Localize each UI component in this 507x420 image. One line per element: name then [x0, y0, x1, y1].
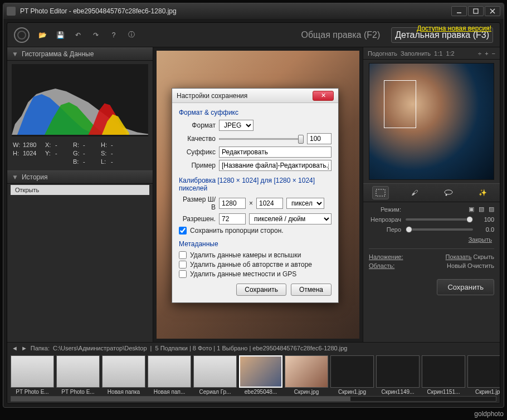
chevron-left-icon[interactable]: ◄	[12, 345, 18, 351]
save-icon[interactable]: 💾	[55, 30, 65, 40]
save-button[interactable]: Сохранить	[437, 279, 494, 295]
collapse-icon: ▼	[12, 173, 18, 181]
thumbnail[interactable]: Скрин1.jpg	[467, 355, 500, 395]
wand-tool-icon[interactable]: ✨	[474, 186, 491, 199]
size-unit-select[interactable]: пиксел	[286, 198, 324, 209]
thumbnail-caption: Скрин1.jpg	[467, 389, 500, 395]
watermark: goldphoto	[474, 410, 504, 418]
zoom-1-2[interactable]: 1:2	[446, 50, 454, 57]
thumbnail[interactable]: Новая папка	[102, 355, 145, 395]
mode-sub-icon[interactable]: ▨	[489, 206, 494, 213]
resolution-input[interactable]	[219, 213, 246, 224]
folder-path[interactable]: C:\Users\Администратор\Desktop	[53, 345, 147, 351]
feather-slider[interactable]	[406, 228, 473, 231]
left-panel: ▼Гистограмма & Данные W:1280 X:- R:- H:-	[7, 47, 153, 342]
zoom-fill[interactable]: Заполнить	[401, 50, 431, 57]
thumbnail-caption: Новая папка	[102, 389, 145, 395]
open-icon[interactable]: 📂	[37, 30, 47, 40]
dialog-close-button[interactable]: ✕	[313, 91, 334, 101]
thumbnail[interactable]: ebe295048...	[239, 355, 282, 395]
thumbnail[interactable]: Скрин1151...	[422, 355, 465, 395]
overlay-hide[interactable]: Скрыть	[473, 253, 494, 260]
marquee-tool-icon[interactable]	[372, 186, 389, 199]
height-input[interactable]	[256, 198, 283, 209]
opacity-label: Непрозрач	[369, 216, 401, 223]
mode-add-icon[interactable]: ▧	[479, 206, 484, 213]
suffix-input[interactable]	[219, 146, 332, 158]
zoom-out-icon[interactable]: ÷	[478, 50, 481, 57]
right-panel: Подогнать Заполнить 1:1 1:2 ÷ + − 🖌 ✨	[363, 47, 500, 342]
opacity-value: 100	[477, 216, 494, 223]
thumbnail-caption: Сериал Гр...	[193, 389, 237, 395]
thumbnail-caption: ebe295048...	[239, 389, 282, 395]
dialog-save-button[interactable]: Сохранить	[236, 284, 286, 296]
example-field	[219, 160, 332, 171]
collapse-icon: ▼	[12, 50, 18, 58]
thumbnail[interactable]: PT Photo E...	[56, 355, 100, 395]
zoom-bar: Подогнать Заполнить 1:1 1:2 ÷ + −	[363, 47, 500, 60]
help-icon[interactable]: ?	[109, 30, 119, 40]
close-link[interactable]: Закрыть	[469, 236, 492, 243]
history-header[interactable]: ▼История	[7, 170, 153, 184]
thumbnail-caption: Скрин1149...	[376, 389, 420, 395]
dialog-titlebar[interactable]: Настройки сохранения ✕	[172, 89, 338, 103]
dialog-cancel-button[interactable]: Отмена	[291, 284, 332, 296]
logo-icon	[14, 27, 30, 43]
width-input[interactable]	[219, 198, 246, 209]
meta-camera-checkbox[interactable]: Удалить данные камеры и вспышки	[179, 251, 332, 259]
zoom-fit[interactable]: Подогнать	[368, 50, 397, 57]
histogram-header[interactable]: ▼Гистограмма & Данные	[7, 47, 153, 61]
region-clear[interactable]: Очистить	[467, 262, 494, 269]
maximize-button[interactable]	[468, 6, 484, 16]
opacity-slider[interactable]	[406, 218, 473, 221]
zoom-1-1[interactable]: 1:1	[434, 50, 442, 57]
navigator-preview[interactable]	[369, 63, 494, 180]
overlay-label: Наложение:	[369, 253, 403, 260]
meta-author-checkbox[interactable]: Удалить данные об авторстве и авторе	[179, 261, 332, 268]
app-icon	[7, 7, 16, 16]
tab-general[interactable]: Общая правка (F2)	[298, 28, 383, 42]
keep-ratio-checkbox[interactable]: Сохранить пропорции сторон.	[179, 227, 332, 235]
info-icon[interactable]: ⓘ	[126, 30, 136, 40]
meta-gps-checkbox[interactable]: Удалить данные местности и GPS	[179, 270, 332, 278]
resolution-unit-select[interactable]: пикселей / дюйм	[249, 213, 332, 224]
new-version-link[interactable]: Доступна новая версия!	[417, 25, 491, 32]
lasso-tool-icon[interactable]	[440, 186, 457, 199]
thumbnail[interactable]: Скрин.jpg	[285, 355, 328, 395]
undo-icon[interactable]: ↶	[73, 30, 83, 40]
save-settings-dialog: Настройки сохранения ✕ Формат & суффикс …	[172, 88, 339, 303]
thumbnail-caption: Новая пап...	[148, 389, 191, 395]
image-readout: W:1280 X:- R:- H:- H:1024 Y:- G:- S:- B:…	[7, 140, 153, 170]
zoom-in-icon[interactable]: +	[485, 50, 488, 57]
region-new[interactable]: Новый	[447, 262, 466, 269]
history-list: Открыть	[7, 184, 153, 342]
window-title: PT Photo Editor - ebe29504845767c28fec6-…	[20, 7, 450, 15]
thumbnail[interactable]: Сериал Гр...	[193, 355, 237, 395]
close-button[interactable]	[485, 6, 500, 16]
group-format-title: Формат & суффикс	[179, 109, 332, 116]
dialog-title: Настройки сохранения	[177, 92, 313, 100]
navigator-rect[interactable]	[384, 80, 416, 128]
thumbnail-caption: Скрин.jpg	[285, 389, 328, 395]
thumbnail[interactable]: PT Photo E...	[11, 355, 54, 395]
zoom-reset-icon[interactable]: −	[492, 50, 495, 57]
thumbnail-caption: Скрин1151...	[422, 389, 465, 395]
thumbnail[interactable]: Скрин1.jpg	[330, 355, 374, 395]
thumbnail[interactable]: Скрин1149...	[376, 355, 420, 395]
feather-label: Перо	[369, 226, 401, 233]
history-item[interactable]: Открыть	[11, 185, 149, 195]
redo-icon[interactable]: ↷	[91, 30, 101, 40]
titlebar[interactable]: PT Photo Editor - ebe29504845767c28fec6-…	[3, 3, 504, 19]
quality-input[interactable]	[307, 133, 332, 144]
filmstrip-scrollbar[interactable]	[11, 396, 496, 402]
chevron-right-icon[interactable]: ►	[21, 345, 27, 351]
thumbnail[interactable]: Новая пап...	[148, 355, 191, 395]
minimize-button[interactable]	[451, 6, 467, 16]
mode-single-icon[interactable]: ▣	[469, 206, 474, 213]
brush-tool-icon[interactable]: 🖌	[406, 186, 423, 199]
format-select[interactable]: JPEG	[219, 120, 254, 131]
thumbnail-caption: PT Photo E...	[56, 389, 100, 395]
overlay-show[interactable]: Показать	[446, 253, 472, 260]
folder-label: Папка:	[31, 345, 50, 351]
quality-slider[interactable]	[219, 134, 304, 143]
